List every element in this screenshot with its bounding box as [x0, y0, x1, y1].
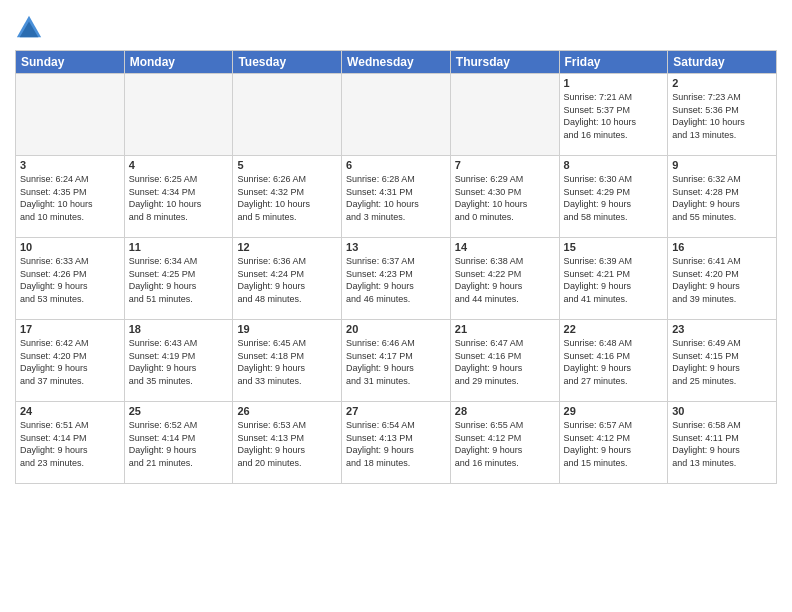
day-info: Sunrise: 6:38 AMSunset: 4:22 PMDaylight:…	[455, 255, 555, 305]
day-info: Sunrise: 6:51 AMSunset: 4:14 PMDaylight:…	[20, 419, 120, 469]
calendar-header-saturday: Saturday	[668, 51, 777, 74]
calendar-week-1: 3Sunrise: 6:24 AMSunset: 4:35 PMDaylight…	[16, 156, 777, 238]
day-info: Sunrise: 7:23 AMSunset: 5:36 PMDaylight:…	[672, 91, 772, 141]
day-number: 15	[564, 241, 664, 253]
day-info: Sunrise: 6:52 AMSunset: 4:14 PMDaylight:…	[129, 419, 229, 469]
calendar-cell: 12Sunrise: 6:36 AMSunset: 4:24 PMDayligh…	[233, 238, 342, 320]
day-number: 17	[20, 323, 120, 335]
logo	[15, 14, 47, 42]
calendar-header-monday: Monday	[124, 51, 233, 74]
day-info: Sunrise: 6:32 AMSunset: 4:28 PMDaylight:…	[672, 173, 772, 223]
calendar-cell	[342, 74, 451, 156]
day-number: 16	[672, 241, 772, 253]
calendar-week-0: 1Sunrise: 7:21 AMSunset: 5:37 PMDaylight…	[16, 74, 777, 156]
day-number: 25	[129, 405, 229, 417]
calendar-cell: 10Sunrise: 6:33 AMSunset: 4:26 PMDayligh…	[16, 238, 125, 320]
day-number: 28	[455, 405, 555, 417]
calendar-week-3: 17Sunrise: 6:42 AMSunset: 4:20 PMDayligh…	[16, 320, 777, 402]
day-info: Sunrise: 6:26 AMSunset: 4:32 PMDaylight:…	[237, 173, 337, 223]
day-number: 13	[346, 241, 446, 253]
day-number: 23	[672, 323, 772, 335]
day-number: 9	[672, 159, 772, 171]
calendar-header-sunday: Sunday	[16, 51, 125, 74]
calendar-cell: 15Sunrise: 6:39 AMSunset: 4:21 PMDayligh…	[559, 238, 668, 320]
day-number: 26	[237, 405, 337, 417]
calendar-cell: 9Sunrise: 6:32 AMSunset: 4:28 PMDaylight…	[668, 156, 777, 238]
day-info: Sunrise: 6:47 AMSunset: 4:16 PMDaylight:…	[455, 337, 555, 387]
day-info: Sunrise: 7:21 AMSunset: 5:37 PMDaylight:…	[564, 91, 664, 141]
day-number: 14	[455, 241, 555, 253]
calendar-cell: 24Sunrise: 6:51 AMSunset: 4:14 PMDayligh…	[16, 402, 125, 484]
calendar-cell: 20Sunrise: 6:46 AMSunset: 4:17 PMDayligh…	[342, 320, 451, 402]
day-number: 18	[129, 323, 229, 335]
day-number: 11	[129, 241, 229, 253]
calendar-cell	[233, 74, 342, 156]
day-info: Sunrise: 6:33 AMSunset: 4:26 PMDaylight:…	[20, 255, 120, 305]
calendar-cell: 7Sunrise: 6:29 AMSunset: 4:30 PMDaylight…	[450, 156, 559, 238]
day-info: Sunrise: 6:55 AMSunset: 4:12 PMDaylight:…	[455, 419, 555, 469]
page: SundayMondayTuesdayWednesdayThursdayFrid…	[0, 0, 792, 612]
calendar-header-row: SundayMondayTuesdayWednesdayThursdayFrid…	[16, 51, 777, 74]
calendar-cell: 22Sunrise: 6:48 AMSunset: 4:16 PMDayligh…	[559, 320, 668, 402]
day-info: Sunrise: 6:36 AMSunset: 4:24 PMDaylight:…	[237, 255, 337, 305]
calendar-cell: 25Sunrise: 6:52 AMSunset: 4:14 PMDayligh…	[124, 402, 233, 484]
day-number: 12	[237, 241, 337, 253]
calendar-header-tuesday: Tuesday	[233, 51, 342, 74]
day-number: 30	[672, 405, 772, 417]
calendar-cell: 1Sunrise: 7:21 AMSunset: 5:37 PMDaylight…	[559, 74, 668, 156]
day-info: Sunrise: 6:41 AMSunset: 4:20 PMDaylight:…	[672, 255, 772, 305]
calendar-cell: 27Sunrise: 6:54 AMSunset: 4:13 PMDayligh…	[342, 402, 451, 484]
day-number: 7	[455, 159, 555, 171]
day-info: Sunrise: 6:49 AMSunset: 4:15 PMDaylight:…	[672, 337, 772, 387]
calendar-week-4: 24Sunrise: 6:51 AMSunset: 4:14 PMDayligh…	[16, 402, 777, 484]
day-info: Sunrise: 6:48 AMSunset: 4:16 PMDaylight:…	[564, 337, 664, 387]
calendar-week-2: 10Sunrise: 6:33 AMSunset: 4:26 PMDayligh…	[16, 238, 777, 320]
calendar-cell	[16, 74, 125, 156]
day-number: 5	[237, 159, 337, 171]
calendar-cell: 17Sunrise: 6:42 AMSunset: 4:20 PMDayligh…	[16, 320, 125, 402]
calendar-cell: 28Sunrise: 6:55 AMSunset: 4:12 PMDayligh…	[450, 402, 559, 484]
day-info: Sunrise: 6:24 AMSunset: 4:35 PMDaylight:…	[20, 173, 120, 223]
calendar-cell: 2Sunrise: 7:23 AMSunset: 5:36 PMDaylight…	[668, 74, 777, 156]
day-number: 1	[564, 77, 664, 89]
day-number: 6	[346, 159, 446, 171]
day-number: 22	[564, 323, 664, 335]
day-info: Sunrise: 6:34 AMSunset: 4:25 PMDaylight:…	[129, 255, 229, 305]
day-info: Sunrise: 6:43 AMSunset: 4:19 PMDaylight:…	[129, 337, 229, 387]
day-info: Sunrise: 6:46 AMSunset: 4:17 PMDaylight:…	[346, 337, 446, 387]
header	[15, 10, 777, 42]
calendar-cell: 3Sunrise: 6:24 AMSunset: 4:35 PMDaylight…	[16, 156, 125, 238]
day-number: 24	[20, 405, 120, 417]
calendar-cell: 21Sunrise: 6:47 AMSunset: 4:16 PMDayligh…	[450, 320, 559, 402]
calendar-header-thursday: Thursday	[450, 51, 559, 74]
logo-icon	[15, 14, 43, 42]
day-info: Sunrise: 6:28 AMSunset: 4:31 PMDaylight:…	[346, 173, 446, 223]
day-info: Sunrise: 6:25 AMSunset: 4:34 PMDaylight:…	[129, 173, 229, 223]
day-info: Sunrise: 6:57 AMSunset: 4:12 PMDaylight:…	[564, 419, 664, 469]
calendar-cell: 8Sunrise: 6:30 AMSunset: 4:29 PMDaylight…	[559, 156, 668, 238]
day-number: 29	[564, 405, 664, 417]
day-info: Sunrise: 6:30 AMSunset: 4:29 PMDaylight:…	[564, 173, 664, 223]
day-info: Sunrise: 6:29 AMSunset: 4:30 PMDaylight:…	[455, 173, 555, 223]
day-number: 4	[129, 159, 229, 171]
calendar: SundayMondayTuesdayWednesdayThursdayFrid…	[15, 50, 777, 484]
day-number: 20	[346, 323, 446, 335]
calendar-cell	[124, 74, 233, 156]
calendar-cell: 14Sunrise: 6:38 AMSunset: 4:22 PMDayligh…	[450, 238, 559, 320]
day-info: Sunrise: 6:39 AMSunset: 4:21 PMDaylight:…	[564, 255, 664, 305]
calendar-header-wednesday: Wednesday	[342, 51, 451, 74]
day-info: Sunrise: 6:53 AMSunset: 4:13 PMDaylight:…	[237, 419, 337, 469]
day-number: 2	[672, 77, 772, 89]
calendar-cell: 29Sunrise: 6:57 AMSunset: 4:12 PMDayligh…	[559, 402, 668, 484]
calendar-cell: 5Sunrise: 6:26 AMSunset: 4:32 PMDaylight…	[233, 156, 342, 238]
calendar-cell: 30Sunrise: 6:58 AMSunset: 4:11 PMDayligh…	[668, 402, 777, 484]
day-number: 21	[455, 323, 555, 335]
calendar-cell: 6Sunrise: 6:28 AMSunset: 4:31 PMDaylight…	[342, 156, 451, 238]
calendar-cell: 26Sunrise: 6:53 AMSunset: 4:13 PMDayligh…	[233, 402, 342, 484]
day-number: 27	[346, 405, 446, 417]
day-number: 8	[564, 159, 664, 171]
day-number: 19	[237, 323, 337, 335]
calendar-cell	[450, 74, 559, 156]
day-number: 10	[20, 241, 120, 253]
calendar-cell: 11Sunrise: 6:34 AMSunset: 4:25 PMDayligh…	[124, 238, 233, 320]
